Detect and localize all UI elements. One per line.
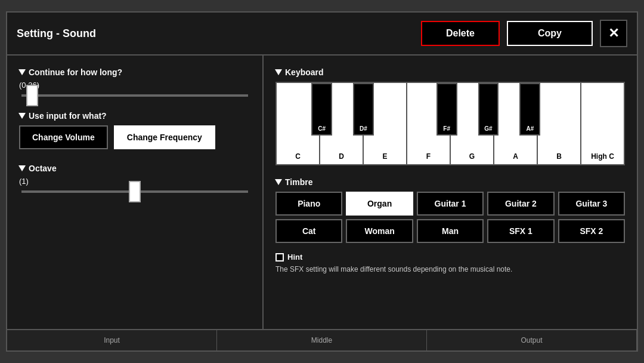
tab-middle[interactable]: Middle [217, 330, 427, 350]
octave-slider-thumb[interactable] [129, 181, 141, 202]
timbre-grid: Piano Organ Guitar 1 Guitar 2 Guitar 3 C… [275, 192, 625, 243]
continue-value: (0.36) [19, 81, 250, 90]
octave-section-label: Octave [19, 164, 250, 173]
tab-output[interactable]: Output [427, 330, 637, 350]
timbre-row-1: Piano Organ Guitar 1 Guitar 2 Guitar 3 [275, 192, 625, 216]
octave-section: Octave (1) [19, 164, 250, 193]
keyboard-label: Keyboard [275, 67, 625, 77]
modal-body: Continue for how long? (0.36) Use input … [7, 56, 637, 350]
key-b[interactable]: B [538, 83, 581, 164]
hint-icon [275, 253, 284, 262]
slider-track [21, 94, 248, 97]
keyboard-section: Keyboard C D E F G A B High C C# [275, 67, 625, 165]
triangle-icon-3 [18, 165, 26, 171]
timbre-sfx1[interactable]: SFX 1 [487, 219, 554, 243]
key-a[interactable]: A [494, 83, 538, 164]
timbre-woman[interactable]: Woman [346, 219, 413, 243]
delete-button[interactable]: Delete [421, 21, 500, 46]
white-keys: C D E F G A B High C [277, 83, 624, 164]
hint-header: Hint [275, 253, 625, 262]
octave-slider[interactable] [19, 190, 250, 193]
change-frequency-button[interactable]: Change Frequency [114, 125, 215, 149]
timbre-sfx2[interactable]: SFX 2 [558, 219, 625, 243]
triangle-icon-5 [275, 179, 282, 185]
timbre-guitar3[interactable]: Guitar 3 [558, 192, 625, 216]
copy-button[interactable]: Copy [507, 21, 593, 46]
key-e[interactable]: E [364, 83, 407, 164]
triangle-icon-4 [275, 69, 282, 75]
octave-slider-track [21, 190, 248, 193]
continue-slider[interactable] [19, 94, 250, 97]
slider-thumb[interactable] [26, 85, 38, 106]
hint-text: The SFX setting will make different soun… [275, 264, 625, 275]
timbre-man[interactable]: Man [417, 219, 484, 243]
timbre-guitar1[interactable]: Guitar 1 [417, 192, 484, 216]
triangle-icon [18, 69, 26, 75]
hint-title: Hint [287, 253, 302, 262]
key-c[interactable]: C [277, 83, 320, 164]
modal-title: Setting - Sound [17, 27, 414, 40]
timbre-cat[interactable]: Cat [275, 219, 342, 243]
timbre-piano[interactable]: Piano [275, 192, 342, 216]
tab-input[interactable]: Input [7, 330, 217, 350]
keyboard-container: C D E F G A B High C C# D# F# G# A [275, 82, 625, 165]
key-f[interactable]: F [407, 83, 451, 164]
input-buttons: Change Volume Change Frequency [19, 125, 250, 149]
timbre-row-2: Cat Woman Man SFX 1 SFX 2 [275, 219, 625, 243]
triangle-icon-2 [18, 113, 26, 119]
modal-header: Setting - Sound Delete Copy ✕ [7, 13, 637, 56]
left-panel: Continue for how long? (0.36) Use input … [7, 56, 264, 350]
timbre-label: Timbre [275, 177, 625, 187]
key-high-c[interactable]: High C [581, 83, 624, 164]
close-button[interactable]: ✕ [600, 20, 627, 47]
right-panel: Keyboard C D E F G A B High C C# [264, 56, 637, 350]
timbre-organ[interactable]: Organ [346, 192, 413, 216]
modal-dialog: Setting - Sound Delete Copy ✕ Continue f… [6, 11, 638, 352]
key-g[interactable]: G [451, 83, 494, 164]
continue-section-label: Continue for how long? [19, 67, 250, 77]
change-volume-button[interactable]: Change Volume [19, 125, 108, 149]
hint-section: Hint The SFX setting will make different… [275, 253, 625, 275]
timbre-section: Timbre Piano Organ Guitar 1 Guitar 2 Gui… [275, 177, 625, 243]
key-d[interactable]: D [320, 83, 364, 164]
timbre-guitar2[interactable]: Guitar 2 [487, 192, 554, 216]
input-section-label: Use input for what? [19, 111, 250, 121]
bottom-bar: Input Middle Output [7, 329, 637, 350]
